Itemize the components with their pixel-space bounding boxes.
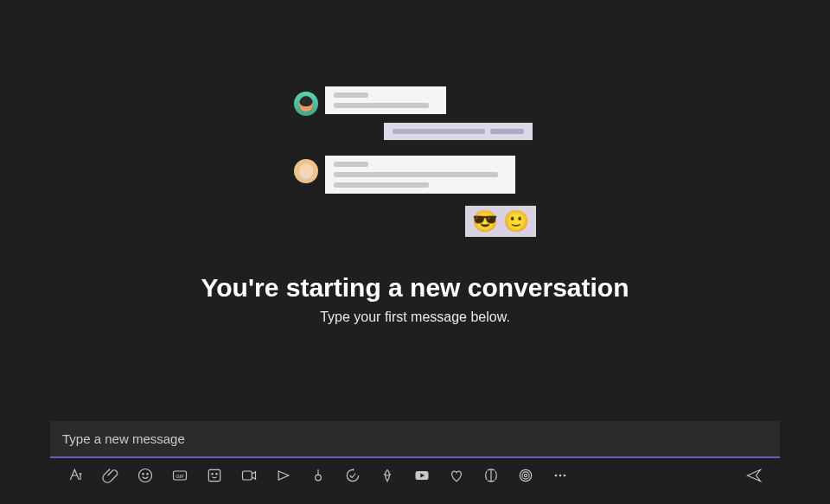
message-input[interactable] <box>50 421 780 458</box>
sticker-icon[interactable] <box>206 467 223 484</box>
svg-point-7 <box>216 474 217 475</box>
app-icon[interactable] <box>482 467 500 484</box>
svg-point-6 <box>212 474 213 475</box>
svg-point-1 <box>143 474 144 475</box>
svg-point-14 <box>555 475 558 477</box>
illustration-avatar-2 <box>294 159 318 183</box>
illustration-bubble-2 <box>384 123 533 140</box>
empty-state-subheading: Type your first message below. <box>320 309 510 325</box>
youtube-icon[interactable] <box>413 467 431 484</box>
illustration-bubble-1 <box>325 86 446 114</box>
stream-icon[interactable] <box>275 467 292 484</box>
svg-point-16 <box>564 475 566 477</box>
svg-point-0 <box>139 469 152 482</box>
svg-point-13 <box>524 474 527 476</box>
svg-point-9 <box>316 475 322 481</box>
gif-icon[interactable]: GIF <box>171 467 188 484</box>
format-icon[interactable] <box>67 467 85 484</box>
svg-rect-8 <box>243 471 252 480</box>
more-icon[interactable] <box>552 467 569 484</box>
sunglasses-emoji: 😎 <box>472 209 498 233</box>
illustration-bubble-3 <box>325 156 515 194</box>
chat-empty-screen: 😎 🙂 You're starting a new conversation T… <box>0 0 830 504</box>
svg-point-12 <box>522 472 529 479</box>
svg-point-15 <box>559 475 562 477</box>
loop-icon[interactable] <box>310 467 327 484</box>
illustration-avatar-1 <box>294 92 318 116</box>
smile-emoji: 🙂 <box>503 209 529 233</box>
viva-icon[interactable] <box>379 467 396 484</box>
schedule-meeting-icon[interactable] <box>240 467 258 484</box>
svg-rect-5 <box>208 469 220 481</box>
conversation-illustration: 😎 🙂 <box>294 86 536 251</box>
send-button[interactable] <box>745 467 763 484</box>
illustration-emoji-bubble: 😎 🙂 <box>465 206 536 237</box>
svg-point-2 <box>147 474 148 475</box>
compose-toolbar: GIF <box>50 458 780 484</box>
approvals-icon[interactable] <box>344 467 361 484</box>
empty-state-heading: You're starting a new conversation <box>201 273 629 303</box>
praise-icon[interactable] <box>448 467 465 484</box>
app2-icon[interactable] <box>517 467 534 484</box>
svg-text:GIF: GIF <box>176 474 184 479</box>
emoji-icon[interactable] <box>137 467 154 484</box>
attach-icon[interactable] <box>102 467 119 484</box>
compose-area: GIF <box>0 421 830 484</box>
